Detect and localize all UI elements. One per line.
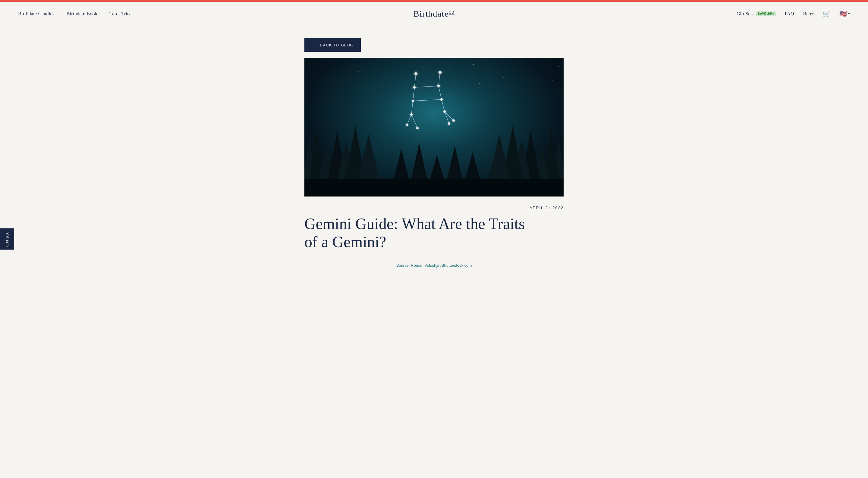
article-title: Gemini Guide: What Are the Traits of a G…	[304, 215, 530, 251]
svg-point-12	[321, 82, 322, 83]
back-button-label: BACK TO BLOG	[320, 43, 353, 47]
gift-sets-wrapper: Gift Sets SAVE 20%	[737, 11, 776, 17]
svg-point-53	[439, 97, 444, 102]
svg-point-22	[355, 93, 355, 93]
svg-point-19	[552, 81, 553, 81]
save-badge: SAVE 20%	[756, 11, 775, 16]
side-tab-container[interactable]: Get $10	[0, 228, 14, 250]
nav-right: Gift Sets SAVE 20% FAQ Refer 🛒 🇺🇸 ▾	[737, 10, 850, 18]
get-10-tab[interactable]: Get $10	[0, 228, 14, 250]
back-to-blog-button[interactable]: ← BACK TO BLOG	[304, 38, 361, 52]
cart-icon[interactable]: 🛒	[823, 10, 830, 18]
nav-birthdate-book[interactable]: Birthdate Book	[67, 11, 98, 17]
svg-point-2	[358, 71, 358, 72]
svg-point-3	[382, 64, 382, 64]
article-date: APRIL 21 2022	[304, 205, 564, 210]
svg-point-23	[510, 94, 510, 95]
svg-point-14	[370, 79, 370, 79]
svg-point-57	[442, 109, 447, 114]
hero-image	[304, 58, 564, 196]
svg-line-37	[413, 99, 441, 101]
main-content: ← BACK TO BLOG	[299, 26, 569, 286]
nav-faq[interactable]: FAQ	[785, 11, 794, 17]
svg-point-9	[516, 63, 516, 64]
language-selector[interactable]: 🇺🇸 ▾	[839, 10, 850, 18]
svg-point-17	[503, 77, 504, 78]
nav-gift-sets[interactable]: Gift Sets	[737, 11, 753, 17]
svg-point-47	[412, 85, 417, 90]
svg-line-36	[414, 86, 438, 87]
svg-point-24	[534, 99, 534, 99]
nav-birthdate-candles[interactable]: Birthdate Candles	[18, 11, 55, 17]
svg-point-49	[436, 84, 441, 88]
svg-point-20	[307, 94, 307, 95]
site-header: Birthdate Candles Birthdate Book Tarot T…	[0, 2, 868, 26]
hero-image-bg	[304, 58, 564, 196]
svg-point-45	[437, 70, 443, 75]
site-logo[interactable]: Birthdateco	[413, 9, 455, 19]
svg-point-16	[479, 84, 480, 84]
svg-point-0	[312, 67, 313, 67]
svg-point-1	[334, 62, 334, 63]
forest-silhouette	[304, 113, 564, 196]
back-arrow-icon: ←	[312, 42, 317, 47]
svg-point-5	[425, 61, 425, 61]
flag-icon: 🇺🇸	[839, 10, 847, 18]
nav-tarot-trio[interactable]: Tarot Trio	[110, 11, 130, 17]
svg-point-8	[494, 73, 495, 73]
svg-point-51	[411, 99, 415, 103]
svg-point-13	[346, 87, 346, 87]
source-caption: Source: Roman Voloshyn/Shutterstock.com	[304, 263, 564, 267]
nav-refer[interactable]: Refer	[803, 11, 814, 17]
svg-point-11	[558, 66, 559, 67]
chevron-down-icon: ▾	[848, 11, 850, 16]
svg-point-18	[528, 85, 528, 85]
logo-text: Birthdateco	[413, 9, 455, 19]
nav-left: Birthdate Candles Birthdate Book Tarot T…	[18, 11, 130, 17]
svg-rect-85	[304, 179, 564, 196]
svg-point-43	[413, 71, 418, 76]
svg-point-21	[331, 100, 331, 101]
